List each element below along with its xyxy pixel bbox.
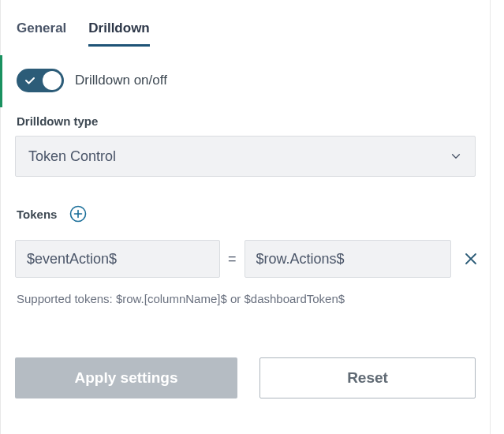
button-row: Apply settings Reset (15, 357, 476, 398)
drilldown-type-select[interactable]: Token Control (15, 136, 476, 177)
toggle-knob (43, 71, 62, 90)
drilldown-toggle[interactable] (17, 69, 64, 92)
drilldown-type-label: Drilldown type (15, 114, 476, 128)
reset-button[interactable]: Reset (259, 357, 476, 398)
apply-settings-button[interactable]: Apply settings (15, 357, 237, 398)
equals-sign: = (228, 251, 237, 268)
toggle-row: Drilldown on/off (15, 69, 476, 92)
chevron-down-icon (450, 150, 462, 163)
token-row: = (15, 240, 476, 278)
tokens-header: Tokens (15, 205, 476, 223)
drilldown-settings-panel: General Drilldown Drilldown on/off Drill… (0, 0, 491, 434)
token-value-input[interactable] (245, 240, 451, 278)
active-indicator (0, 55, 2, 107)
tab-general[interactable]: General (17, 21, 66, 47)
add-token-button[interactable] (69, 205, 87, 223)
tokens-label: Tokens (17, 208, 57, 221)
toggle-label: Drilldown on/off (75, 73, 167, 88)
drilldown-type-value: Token Control (28, 148, 116, 165)
tab-drilldown[interactable]: Drilldown (88, 21, 149, 47)
check-icon (24, 75, 35, 86)
tabs: General Drilldown (15, 0, 476, 47)
tokens-help-text: Supported tokens: $row.[columnName]$ or … (15, 292, 476, 305)
remove-token-button[interactable] (464, 249, 478, 268)
token-name-input[interactable] (15, 240, 220, 278)
